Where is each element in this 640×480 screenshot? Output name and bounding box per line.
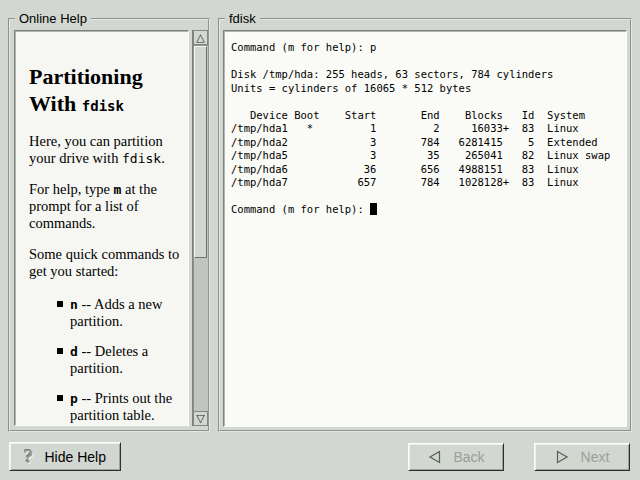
terminal-output: Command (m for help): p Disk /tmp/hda: 2… — [231, 41, 626, 217]
help-p1-code: fdisk — [122, 151, 161, 166]
fdisk-panel: fdisk Command (m for help): p Disk /tmp/… — [218, 18, 632, 432]
help-text-area: Partitioning With fdisk Here, you can pa… — [14, 30, 189, 426]
next-button[interactable]: Next — [534, 443, 630, 471]
fdisk-frame-label: fdisk — [225, 11, 260, 26]
scroll-down-icon[interactable]: ▽ — [193, 411, 208, 426]
help-paragraph-2: For help, type m at the prompt for a lis… — [29, 181, 187, 232]
help-title: Partitioning With fdisk — [29, 63, 187, 120]
back-button[interactable]: Back — [408, 443, 504, 471]
help-p1-period: . — [161, 150, 165, 166]
online-help-frame-label: Online Help — [15, 11, 91, 26]
back-arrow-icon — [427, 450, 442, 464]
scrollbar-thumb[interactable] — [194, 46, 207, 258]
list-item: d -- Deletes a partition. — [57, 343, 189, 377]
scroll-up-icon[interactable]: △ — [193, 30, 208, 45]
command-desc: -- Deletes a partition. — [70, 343, 148, 376]
next-arrow-icon — [555, 450, 570, 464]
command-key: d — [70, 344, 78, 359]
command-desc: -- Prints out the partition table. — [70, 390, 172, 423]
command-key: p — [70, 391, 78, 406]
quick-commands-list: n -- Adds a new partition. d -- Deletes … — [57, 296, 182, 424]
help-paragraph-1: Here, you can partition your drive with … — [29, 133, 187, 167]
help-p2-text: For help, type — [29, 181, 114, 197]
help-paragraph-3: Some quick commands to get you started: — [29, 246, 187, 280]
bullet-icon — [57, 301, 63, 307]
fdisk-terminal[interactable]: Command (m for help): p Disk /tmp/hda: 2… — [223, 30, 627, 427]
back-label: Back — [453, 449, 484, 465]
online-help-panel: Online Help Partitioning With fdisk Here… — [8, 18, 210, 432]
terminal-text: Command (m for help): p Disk /tmp/hda: 2… — [231, 41, 610, 215]
help-scrollbar[interactable]: △ ▽ — [192, 30, 208, 426]
scrollbar-track[interactable] — [193, 45, 208, 411]
help-content: Partitioning With fdisk Here, you can pa… — [15, 31, 188, 424]
hide-help-button[interactable]: ? Hide Help — [9, 442, 121, 471]
terminal-cursor — [370, 203, 377, 215]
bullet-icon — [57, 395, 63, 401]
question-mark-icon: ? — [24, 447, 34, 466]
help-title-code: fdisk — [82, 98, 124, 114]
list-item: n -- Adds a new partition. — [57, 296, 189, 330]
bullet-icon — [57, 348, 63, 354]
next-label: Next — [581, 449, 610, 465]
hide-help-label: Hide Help — [45, 449, 106, 465]
list-item: p -- Prints out the partition table. — [57, 390, 189, 424]
command-key: n — [70, 297, 78, 312]
installer-window: { "colors": { "window_bg": "#d3d7d1", "h… — [0, 0, 640, 480]
command-desc: -- Adds a new partition. — [70, 296, 162, 329]
